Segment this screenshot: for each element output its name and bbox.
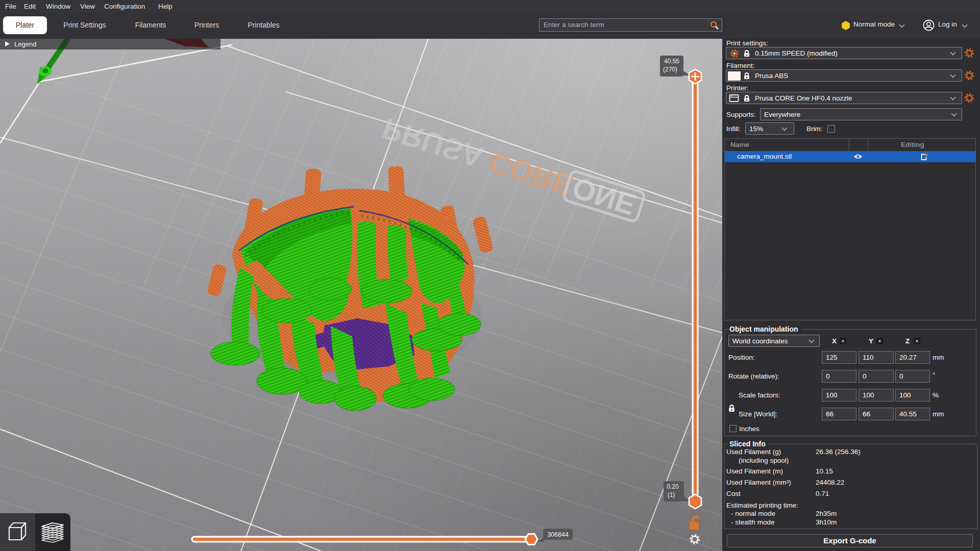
svg-text:40.55: 40.55 — [664, 58, 679, 65]
svg-text:(270): (270) — [663, 66, 677, 73]
svg-text:(1): (1) — [668, 491, 675, 498]
svg-text:0.20: 0.20 — [667, 483, 679, 490]
svg-text:306844: 306844 — [547, 531, 569, 538]
